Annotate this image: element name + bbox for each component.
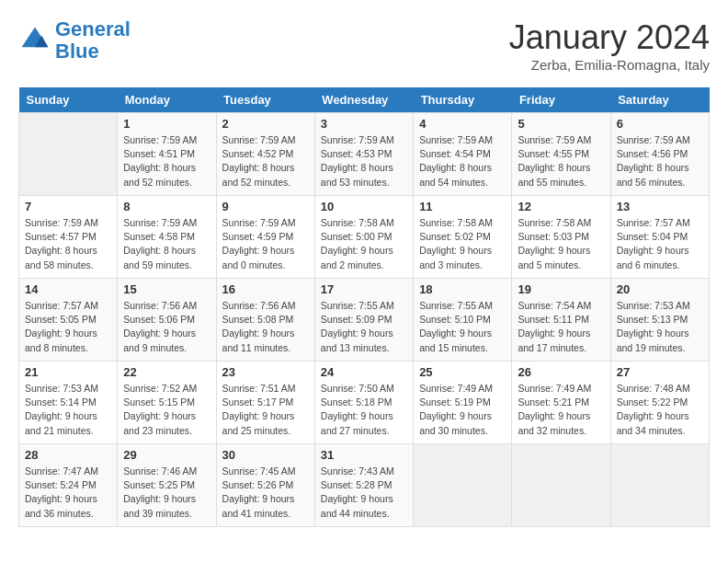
- logo-line2: Blue: [55, 40, 99, 63]
- logo-text: General Blue: [55, 18, 131, 63]
- day-info: Sunrise: 7:55 AMSunset: 5:10 PMDaylight:…: [419, 299, 506, 355]
- day-number: 18: [419, 282, 506, 296]
- day-number: 28: [25, 448, 111, 462]
- calendar-day-cell: 25Sunrise: 7:49 AMSunset: 5:19 PMDayligh…: [414, 362, 512, 444]
- day-number: 16: [222, 282, 309, 296]
- logo-icon: [18, 24, 51, 57]
- day-number: 12: [518, 200, 604, 213]
- calendar-table: SundayMondayTuesdayWednesdayThursdayFrid…: [18, 87, 710, 527]
- day-info: Sunrise: 7:51 AMSunset: 5:17 PMDaylight:…: [222, 382, 309, 438]
- day-number: 21: [25, 365, 111, 379]
- day-number: 29: [123, 448, 210, 462]
- calendar-day-cell: 8Sunrise: 7:59 AMSunset: 4:58 PMDaylight…: [118, 196, 216, 279]
- calendar-week-row: 7Sunrise: 7:59 AMSunset: 4:57 PMDaylight…: [19, 196, 710, 279]
- day-info: Sunrise: 7:58 AMSunset: 5:03 PMDaylight:…: [518, 216, 604, 272]
- calendar-day-cell: 15Sunrise: 7:56 AMSunset: 5:06 PMDayligh…: [118, 279, 216, 362]
- day-info: Sunrise: 7:54 AMSunset: 5:11 PMDaylight:…: [518, 299, 604, 355]
- day-number: 2: [222, 117, 309, 131]
- calendar-day-cell: 16Sunrise: 7:56 AMSunset: 5:08 PMDayligh…: [216, 279, 314, 362]
- day-number: 20: [617, 282, 703, 296]
- day-info: Sunrise: 7:58 AMSunset: 5:00 PMDaylight:…: [321, 216, 407, 272]
- logo: General Blue: [18, 18, 131, 63]
- day-info: Sunrise: 7:46 AMSunset: 5:25 PMDaylight:…: [123, 465, 210, 521]
- calendar-day-cell: 4Sunrise: 7:59 AMSunset: 4:54 PMDaylight…: [414, 113, 512, 196]
- calendar-day-cell: 30Sunrise: 7:45 AMSunset: 5:26 PMDayligh…: [216, 444, 314, 527]
- day-info: Sunrise: 7:58 AMSunset: 5:02 PMDaylight:…: [419, 216, 506, 272]
- calendar-day-cell: 13Sunrise: 7:57 AMSunset: 5:04 PMDayligh…: [610, 196, 709, 279]
- day-info: Sunrise: 7:59 AMSunset: 4:57 PMDaylight:…: [25, 216, 111, 272]
- weekday-header-cell: Monday: [118, 87, 216, 113]
- weekday-header-cell: Saturday: [610, 87, 709, 113]
- calendar-week-row: 14Sunrise: 7:57 AMSunset: 5:05 PMDayligh…: [19, 279, 710, 362]
- calendar-day-cell: [512, 444, 610, 527]
- logo-line1: General: [55, 17, 131, 40]
- day-info: Sunrise: 7:56 AMSunset: 5:08 PMDaylight:…: [222, 299, 309, 355]
- day-number: 22: [123, 365, 210, 379]
- weekday-header-cell: Tuesday: [216, 87, 314, 113]
- calendar-day-cell: 1Sunrise: 7:59 AMSunset: 4:51 PMDaylight…: [118, 113, 216, 196]
- day-info: Sunrise: 7:59 AMSunset: 4:54 PMDaylight:…: [419, 133, 506, 190]
- day-number: 11: [419, 200, 506, 213]
- day-number: 26: [518, 365, 604, 379]
- calendar-day-cell: 2Sunrise: 7:59 AMSunset: 4:52 PMDaylight…: [216, 113, 314, 196]
- day-number: 19: [518, 282, 604, 296]
- day-number: 15: [123, 282, 210, 296]
- calendar-day-cell: 24Sunrise: 7:50 AMSunset: 5:18 PMDayligh…: [314, 362, 413, 444]
- calendar-day-cell: 14Sunrise: 7:57 AMSunset: 5:05 PMDayligh…: [19, 279, 118, 362]
- day-info: Sunrise: 7:59 AMSunset: 4:56 PMDaylight:…: [617, 133, 703, 190]
- calendar-day-cell: 10Sunrise: 7:58 AMSunset: 5:00 PMDayligh…: [314, 196, 413, 279]
- day-number: 6: [617, 117, 703, 131]
- day-info: Sunrise: 7:50 AMSunset: 5:18 PMDaylight:…: [321, 382, 407, 438]
- weekday-header-cell: Thursday: [414, 87, 512, 113]
- day-number: 17: [321, 282, 407, 296]
- day-number: 1: [123, 117, 210, 131]
- calendar-day-cell: 28Sunrise: 7:47 AMSunset: 5:24 PMDayligh…: [19, 444, 118, 527]
- day-info: Sunrise: 7:59 AMSunset: 4:58 PMDaylight:…: [123, 216, 210, 272]
- calendar-body: 1Sunrise: 7:59 AMSunset: 4:51 PMDaylight…: [19, 113, 710, 527]
- day-info: Sunrise: 7:53 AMSunset: 5:13 PMDaylight:…: [617, 299, 703, 355]
- calendar-day-cell: 3Sunrise: 7:59 AMSunset: 4:53 PMDaylight…: [314, 113, 413, 196]
- day-info: Sunrise: 7:56 AMSunset: 5:06 PMDaylight:…: [123, 299, 210, 355]
- day-info: Sunrise: 7:59 AMSunset: 4:59 PMDaylight:…: [222, 216, 309, 272]
- month-title: January 2024: [509, 18, 710, 57]
- day-info: Sunrise: 7:49 AMSunset: 5:21 PMDaylight:…: [518, 382, 604, 438]
- day-number: 10: [321, 200, 407, 213]
- calendar-day-cell: 6Sunrise: 7:59 AMSunset: 4:56 PMDaylight…: [610, 113, 709, 196]
- day-number: 9: [222, 200, 309, 213]
- calendar-day-cell: [414, 444, 512, 527]
- day-number: 31: [321, 448, 407, 462]
- day-number: 24: [321, 365, 407, 379]
- calendar-day-cell: 11Sunrise: 7:58 AMSunset: 5:02 PMDayligh…: [414, 196, 512, 279]
- weekday-header-cell: Sunday: [19, 87, 118, 113]
- day-info: Sunrise: 7:45 AMSunset: 5:26 PMDaylight:…: [222, 465, 309, 521]
- day-info: Sunrise: 7:57 AMSunset: 5:04 PMDaylight:…: [617, 216, 703, 272]
- weekday-header-row: SundayMondayTuesdayWednesdayThursdayFrid…: [19, 87, 710, 113]
- calendar-week-row: 1Sunrise: 7:59 AMSunset: 4:51 PMDaylight…: [19, 113, 710, 196]
- calendar-day-cell: 26Sunrise: 7:49 AMSunset: 5:21 PMDayligh…: [512, 362, 610, 444]
- calendar-day-cell: 7Sunrise: 7:59 AMSunset: 4:57 PMDaylight…: [19, 196, 118, 279]
- day-info: Sunrise: 7:59 AMSunset: 4:51 PMDaylight:…: [123, 133, 210, 190]
- day-info: Sunrise: 7:49 AMSunset: 5:19 PMDaylight:…: [419, 382, 506, 438]
- calendar-day-cell: [19, 113, 118, 196]
- calendar-day-cell: 20Sunrise: 7:53 AMSunset: 5:13 PMDayligh…: [610, 279, 709, 362]
- weekday-header-cell: Wednesday: [314, 87, 413, 113]
- calendar-day-cell: 29Sunrise: 7:46 AMSunset: 5:25 PMDayligh…: [118, 444, 216, 527]
- page-header: General Blue January 2024 Zerba, Emilia-…: [18, 18, 710, 73]
- day-info: Sunrise: 7:52 AMSunset: 5:15 PMDaylight:…: [123, 382, 210, 438]
- day-number: 27: [617, 365, 703, 379]
- day-number: 7: [25, 200, 111, 213]
- day-info: Sunrise: 7:53 AMSunset: 5:14 PMDaylight:…: [25, 382, 111, 438]
- calendar-day-cell: 31Sunrise: 7:43 AMSunset: 5:28 PMDayligh…: [314, 444, 413, 527]
- day-info: Sunrise: 7:59 AMSunset: 4:52 PMDaylight:…: [222, 133, 309, 190]
- calendar-day-cell: 18Sunrise: 7:55 AMSunset: 5:10 PMDayligh…: [414, 279, 512, 362]
- calendar-week-row: 21Sunrise: 7:53 AMSunset: 5:14 PMDayligh…: [19, 362, 710, 444]
- day-info: Sunrise: 7:59 AMSunset: 4:55 PMDaylight:…: [518, 133, 604, 190]
- calendar-day-cell: 21Sunrise: 7:53 AMSunset: 5:14 PMDayligh…: [19, 362, 118, 444]
- day-number: 25: [419, 365, 506, 379]
- title-block: January 2024 Zerba, Emilia-Romagna, Ital…: [509, 18, 710, 73]
- day-number: 3: [321, 117, 407, 131]
- day-info: Sunrise: 7:55 AMSunset: 5:09 PMDaylight:…: [321, 299, 407, 355]
- day-number: 8: [123, 200, 210, 213]
- day-number: 4: [419, 117, 506, 131]
- calendar-day-cell: 27Sunrise: 7:48 AMSunset: 5:22 PMDayligh…: [610, 362, 709, 444]
